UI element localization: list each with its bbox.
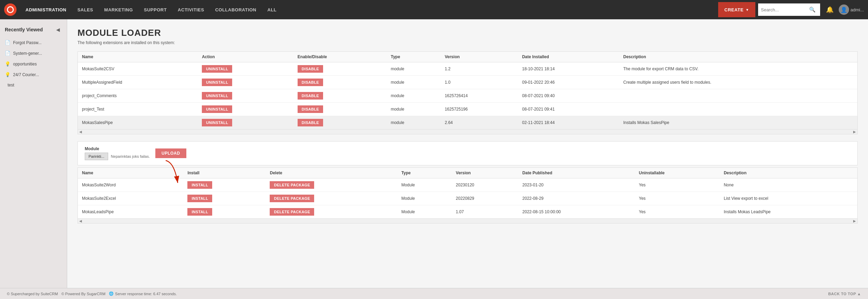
search-area: 🔍 bbox=[758, 3, 820, 16]
disable-button[interactable]: DISABLE bbox=[298, 119, 323, 126]
installed-row-type: module bbox=[386, 89, 441, 103]
disable-button[interactable]: DISABLE bbox=[298, 65, 323, 73]
col-description-installed: Description bbox=[619, 52, 858, 62]
install-button[interactable]: INSTALL bbox=[187, 208, 212, 216]
uninstall-button[interactable]: UNINSTALL bbox=[202, 79, 232, 86]
pkg-row-name: MokasSuite2Word bbox=[78, 178, 183, 192]
delete-package-button[interactable]: DELETE PACKAGE bbox=[270, 195, 314, 202]
pkg-scroll-left-arrow[interactable]: ◀ bbox=[79, 219, 82, 223]
installed-table-row: MultipleAssignedField UNINSTALL DISABLE … bbox=[78, 76, 857, 89]
user-menu-button[interactable]: 👤 admi... bbox=[839, 4, 864, 15]
main-content: MODULE LOADER The following extensions a… bbox=[67, 19, 868, 288]
install-button[interactable]: INSTALL bbox=[187, 195, 212, 202]
nav-item-support[interactable]: SUPPORT bbox=[138, 0, 172, 19]
col-version-installed: Version bbox=[441, 52, 518, 62]
scroll-left-arrow[interactable]: ◀ bbox=[79, 130, 82, 134]
module-label: Module bbox=[85, 146, 150, 151]
col-name-installed: Name bbox=[78, 52, 198, 62]
file-choose-button[interactable]: Parinkti... bbox=[85, 153, 108, 160]
packages-table-scrollbar[interactable]: ◀ ▶ bbox=[78, 218, 857, 223]
sidebar-item-system-gen[interactable]: 📄 System-gener... ✏ bbox=[0, 48, 67, 59]
col-type-packages: Type bbox=[397, 168, 452, 178]
col-delete-packages: Delete bbox=[266, 168, 397, 178]
nav-item-collaboration[interactable]: COLLABORATION bbox=[210, 0, 262, 19]
installed-row-name: project_Comments bbox=[78, 89, 198, 103]
pkg-row-uninstallable: Yes bbox=[635, 192, 720, 205]
nav-item-all[interactable]: ALL bbox=[262, 0, 282, 19]
uninstall-button[interactable]: UNINSTALL bbox=[202, 119, 232, 126]
installed-table-scrollbar[interactable]: ◀ ▶ bbox=[78, 129, 857, 134]
pkg-row-version: 20220829 bbox=[452, 192, 518, 205]
pkg-row-install: INSTALL bbox=[183, 192, 266, 205]
pkg-row-version: 20230120 bbox=[452, 178, 518, 192]
app-logo[interactable] bbox=[4, 3, 17, 16]
pkg-row-install: INSTALL bbox=[183, 205, 266, 219]
installed-modules-table: Name Action Enable/Disable Type Version … bbox=[78, 51, 858, 134]
back-to-top-button[interactable]: BACK TO TOP ▲ bbox=[828, 292, 861, 296]
document-icon-1: 📄 bbox=[5, 40, 10, 45]
page-title: MODULE LOADER bbox=[78, 28, 858, 38]
sidebar-item-test[interactable]: test ✏ bbox=[0, 80, 67, 90]
installed-row-date: 08-07-2021 09:41 bbox=[518, 103, 619, 116]
sidebar-item-courier[interactable]: 💡 24/7 Courier... ✏ bbox=[0, 69, 67, 80]
disable-button[interactable]: DISABLE bbox=[298, 105, 323, 113]
sidebar-title: Recently Viewed bbox=[5, 27, 43, 32]
installed-row-version: 1625725196 bbox=[441, 103, 518, 116]
delete-package-button[interactable]: DELETE PACKAGE bbox=[270, 181, 314, 189]
footer-response: 🌐 Server response time: 6.47 seconds. bbox=[109, 291, 177, 296]
sidebar-collapse-button[interactable]: ◀ bbox=[54, 25, 62, 34]
file-input-area: Parinkti... Neparinktas joks failas. bbox=[85, 153, 150, 160]
uninstall-button[interactable]: UNINSTALL bbox=[202, 65, 232, 73]
create-dropdown-arrow: ▼ bbox=[746, 8, 749, 12]
delete-package-button[interactable]: DELETE PACKAGE bbox=[270, 208, 314, 216]
sidebar-item-label-1: Forgot Passw... bbox=[13, 40, 42, 45]
sidebar-item-label-4: 24/7 Courier... bbox=[13, 72, 39, 77]
file-text: Neparinktas joks failas. bbox=[111, 154, 150, 158]
installed-row-version: 1.0 bbox=[441, 76, 518, 89]
create-button[interactable]: CREATE ▼ bbox=[718, 2, 755, 17]
pkg-scroll-right-arrow[interactable]: ▶ bbox=[853, 219, 856, 223]
upload-button[interactable]: UPLOAD bbox=[155, 148, 186, 158]
uninstall-button[interactable]: UNINSTALL bbox=[202, 92, 232, 100]
pkg-row-description: None bbox=[720, 178, 857, 192]
pkg-row-uninstallable: Yes bbox=[635, 205, 720, 219]
footer: © Supercharged by SuiteCRM © Powered By … bbox=[0, 288, 868, 299]
sidebar-item-label-2: System-gener... bbox=[13, 51, 42, 56]
installed-row-type: module bbox=[386, 76, 441, 89]
install-button[interactable]: INSTALL bbox=[187, 181, 212, 189]
pkg-row-name: MokasSuite2Excel bbox=[78, 192, 183, 205]
sidebar-item-opportunities[interactable]: 💡 opportunities ✏ bbox=[0, 59, 67, 69]
pkg-row-date-published: 2022-08-15 10:00:00 bbox=[518, 205, 635, 219]
installed-row-date: 09-01-2022 20:46 bbox=[518, 76, 619, 89]
pkg-row-date-published: 2022-08-29 bbox=[518, 192, 635, 205]
col-type-installed: Type bbox=[386, 52, 441, 62]
nav-icons: 🔔 👤 admi... bbox=[824, 3, 864, 16]
installed-row-date: 18-10-2021 18:14 bbox=[518, 62, 619, 76]
document-icon-2: 📄 bbox=[5, 51, 10, 56]
upload-btn-wrapper: UPLOAD bbox=[155, 148, 186, 158]
col-version-packages: Version bbox=[452, 168, 518, 178]
notifications-button[interactable]: 🔔 bbox=[824, 3, 836, 16]
search-button[interactable]: 🔍 bbox=[809, 7, 816, 13]
col-install-packages: Install bbox=[183, 168, 266, 178]
nav-item-marketing[interactable]: MARKETING bbox=[99, 0, 138, 19]
installed-row-action: UNINSTALL bbox=[198, 76, 293, 89]
disable-button[interactable]: DISABLE bbox=[298, 79, 323, 86]
col-action-installed: Action bbox=[198, 52, 293, 62]
pkg-row-type: Module bbox=[397, 192, 452, 205]
installed-table-row: MokasSalesPipe UNINSTALL DISABLE module … bbox=[78, 116, 857, 130]
uninstall-button[interactable]: UNINSTALL bbox=[202, 105, 232, 113]
nav-item-sales[interactable]: SALES bbox=[72, 0, 99, 19]
col-date-installed: Date Installed bbox=[518, 52, 619, 62]
installed-table-row: project_Comments UNINSTALL DISABLE modul… bbox=[78, 89, 857, 103]
scroll-right-arrow[interactable]: ▶ bbox=[853, 130, 856, 134]
search-input[interactable] bbox=[761, 7, 809, 12]
nav-item-administration[interactable]: ADMINISTRATION bbox=[20, 0, 72, 19]
sidebar-item-forgot-passw[interactable]: 📄 Forgot Passw... ✏ bbox=[0, 37, 67, 48]
installed-row-enable: DISABLE bbox=[293, 62, 387, 76]
disable-button[interactable]: DISABLE bbox=[298, 92, 323, 100]
nav-item-activities[interactable]: ACTIVITIES bbox=[172, 0, 210, 19]
installed-row-action: UNINSTALL bbox=[198, 103, 293, 116]
pkg-row-type: Module bbox=[397, 178, 452, 192]
pkg-row-delete: DELETE PACKAGE bbox=[266, 178, 397, 192]
